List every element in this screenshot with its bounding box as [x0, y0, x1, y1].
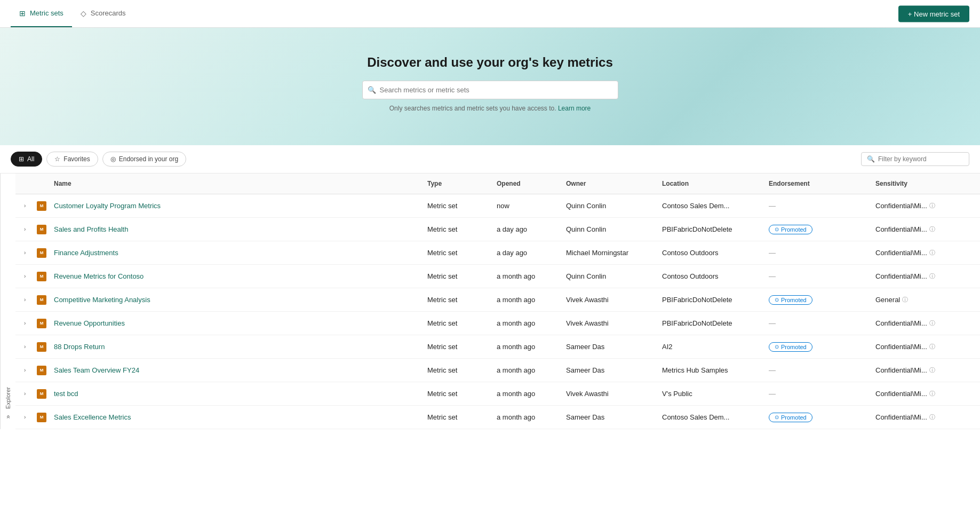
row-type-icon: M: [37, 387, 54, 401]
row-expand-icon[interactable]: ›: [24, 271, 37, 281]
row-expand-icon[interactable]: ›: [24, 224, 37, 234]
row-opened: a month ago: [497, 341, 566, 353]
hero-search-wrap: 🔍: [362, 81, 618, 99]
learn-more-link[interactable]: Learn more: [558, 105, 591, 112]
table-header: Name Type Opened Owner Location Endorsem…: [15, 173, 980, 194]
table-row: ›MCustomer Loyalty Program MetricsMetric…: [15, 194, 980, 218]
row-opened: a month ago: [497, 411, 566, 423]
favorites-icon: ☆: [54, 155, 60, 163]
row-name[interactable]: Competitive Marketing Analysis: [54, 294, 427, 306]
row-owner: Quinn Conlin: [566, 223, 662, 235]
info-icon[interactable]: ⓘ: [929, 225, 935, 233]
row-type-icon: M: [37, 364, 54, 377]
row-name[interactable]: Revenue Metrics for Contoso: [54, 270, 427, 282]
row-name[interactable]: Sales Excellence Metrics: [54, 411, 427, 423]
col-endorsement: Endorsement: [769, 178, 875, 190]
row-type-icon: M: [37, 317, 54, 330]
row-sensitivity: Generalⓘ: [875, 294, 971, 306]
row-type-icon: M: [37, 340, 54, 354]
filter-favorites-button[interactable]: ☆ Favorites: [46, 152, 98, 167]
filter-keyword-input[interactable]: [878, 155, 963, 163]
row-name[interactable]: Finance Adjustments: [54, 247, 427, 259]
row-expand-icon[interactable]: ›: [24, 389, 37, 399]
explorer-sidebar[interactable]: » Explorer: [0, 173, 15, 429]
filter-endorsed-button[interactable]: ◎ Endorsed in your org: [102, 152, 186, 167]
filter-all-button[interactable]: ⊞ All: [11, 152, 42, 167]
table-wrap: » Explorer Name Type Opened Owner Locati…: [0, 173, 980, 429]
sensitivity-text: Confidential\Mi...: [875, 225, 927, 233]
row-type-icon: M: [37, 270, 54, 283]
row-type: Metric set: [427, 364, 497, 376]
table-row: ›MSales Team Overview FY24Metric seta mo…: [15, 359, 980, 382]
row-endorsement: ⊙Promoted: [769, 340, 875, 354]
sensitivity-text: Confidential\Mi...: [875, 272, 927, 280]
row-type-icon: M: [37, 246, 54, 260]
info-icon[interactable]: ⓘ: [902, 296, 908, 304]
info-icon[interactable]: ⓘ: [929, 202, 935, 210]
row-name[interactable]: Customer Loyalty Program Metrics: [54, 200, 427, 212]
row-location: Contoso Outdoors: [662, 247, 769, 259]
row-owner: Quinn Conlin: [566, 200, 662, 212]
row-expand-icon[interactable]: ›: [24, 201, 37, 211]
data-table: Name Type Opened Owner Location Endorsem…: [15, 173, 980, 429]
search-icon: 🔍: [368, 86, 376, 94]
row-name[interactable]: Revenue Opportunities: [54, 317, 427, 329]
endorsed-icon: ◎: [110, 155, 116, 163]
row-expand-icon[interactable]: ›: [24, 365, 37, 375]
filter-bar: ⊞ All ☆ Favorites ◎ Endorsed in your org…: [0, 145, 980, 173]
sensitivity-text: Confidential\Mi...: [875, 413, 927, 421]
row-endorsement: —: [769, 317, 875, 329]
row-name[interactable]: 88 Drops Return: [54, 341, 427, 353]
col-sensitivity: Sensitivity: [875, 178, 971, 190]
info-icon[interactable]: ⓘ: [929, 249, 935, 257]
row-sensitivity: Confidential\Mi...ⓘ: [875, 317, 971, 329]
row-location: AI2: [662, 341, 769, 353]
row-expand-icon[interactable]: ›: [24, 248, 37, 258]
row-name[interactable]: Sales Team Overview FY24: [54, 364, 427, 376]
info-icon[interactable]: ⓘ: [929, 390, 935, 398]
row-type-icon: M: [37, 293, 54, 307]
row-type: Metric set: [427, 294, 497, 306]
row-owner: Vivek Awasthi: [566, 388, 662, 400]
row-expand-icon[interactable]: ›: [24, 318, 37, 328]
hero-search-input[interactable]: [362, 81, 618, 99]
filter-all-label: All: [27, 155, 34, 163]
info-icon[interactable]: ⓘ: [929, 413, 935, 421]
row-name[interactable]: Sales and Profits Health: [54, 223, 427, 235]
row-expand-icon[interactable]: ›: [24, 295, 37, 305]
tab-metric-sets[interactable]: ⊞ Metric sets: [11, 0, 72, 27]
row-type: Metric set: [427, 270, 497, 282]
info-icon[interactable]: ⓘ: [929, 319, 935, 327]
row-location: Contoso Sales Dem...: [662, 200, 769, 212]
row-name[interactable]: test bcd: [54, 388, 427, 400]
info-icon[interactable]: ⓘ: [929, 343, 935, 351]
row-sensitivity: Confidential\Mi...ⓘ: [875, 247, 971, 259]
col-type: Type: [427, 178, 497, 190]
sensitivity-text: Confidential\Mi...: [875, 202, 927, 210]
new-metric-label: + New metric set: [908, 10, 960, 18]
row-location: Contoso Outdoors: [662, 270, 769, 282]
sensitivity-text: Confidential\Mi...: [875, 366, 927, 374]
sensitivity-text: Confidential\Mi...: [875, 249, 927, 257]
tab-scorecards[interactable]: ◇ Scorecards: [72, 0, 134, 27]
row-location: PBIFabricDoNotDelete: [662, 294, 769, 306]
row-location: Metrics Hub Samples: [662, 364, 769, 376]
table-row: ›MFinance AdjustmentsMetric seta day ago…: [15, 241, 980, 265]
table-row: ›MSales Excellence MetricsMetric seta mo…: [15, 406, 980, 429]
row-endorsement: —: [769, 270, 875, 282]
info-icon[interactable]: ⓘ: [929, 366, 935, 374]
new-metric-button[interactable]: + New metric set: [898, 5, 969, 22]
row-expand-icon[interactable]: ›: [24, 412, 37, 422]
info-icon[interactable]: ⓘ: [929, 272, 935, 280]
row-owner: Quinn Conlin: [566, 270, 662, 282]
filter-keyword-icon: 🔍: [867, 155, 875, 163]
sensitivity-text: Confidential\Mi...: [875, 319, 927, 327]
top-nav: ⊞ Metric sets ◇ Scorecards + New metric …: [0, 0, 980, 28]
filter-endorsed-label: Endorsed in your org: [119, 155, 178, 163]
row-endorsement: ⊙Promoted: [769, 223, 875, 236]
col-expand: [24, 178, 37, 190]
row-expand-icon[interactable]: ›: [24, 342, 37, 352]
col-name: Name: [54, 178, 427, 190]
col-location: Location: [662, 178, 769, 190]
row-location: PBIFabricDoNotDelete: [662, 223, 769, 235]
